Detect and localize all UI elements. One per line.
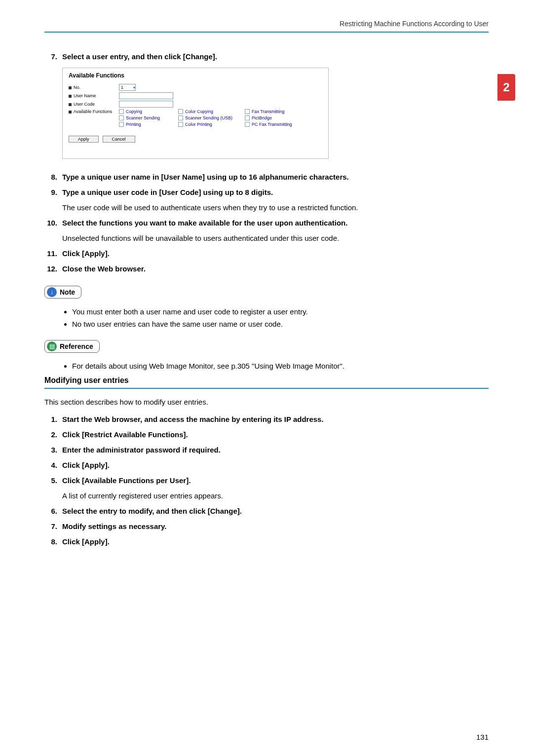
step-text: Close the Web browser. <box>62 265 489 273</box>
checkbox-scanner-usb[interactable] <box>178 115 183 120</box>
step-number: 2. <box>44 430 62 439</box>
reference-label: Reference <box>60 342 93 350</box>
checkbox-scanner[interactable] <box>119 115 124 120</box>
apply-button[interactable]: Apply <box>69 136 99 143</box>
header-breadcrumb: Restricting Machine Functions According … <box>44 20 489 33</box>
step-text: Click [Available Functions per User]. <box>62 476 489 485</box>
checkbox-printing[interactable] <box>119 122 124 127</box>
step-9-desc: The user code will be used to authentica… <box>62 203 489 212</box>
step-text: Type a unique user code in [User Code] u… <box>62 188 489 196</box>
step-number: 5. <box>44 476 62 485</box>
step-12: 12. Close the Web browser. <box>44 265 489 273</box>
page-number: 131 <box>476 733 489 741</box>
func-copying: Copying <box>126 109 142 114</box>
func-printing: Printing <box>126 122 141 127</box>
mod-step-1: 1. Start the Web browser, and access the… <box>44 415 489 423</box>
func-scanner-usb: Scanner Sending (USB) <box>185 115 232 120</box>
step-10: 10. Select the functions you want to mak… <box>44 219 489 227</box>
available-functions-panel: Available Functions No. 1 ▾ User Name Us… <box>62 68 329 159</box>
section-intro: This section describes how to modify use… <box>44 398 489 406</box>
avail-label: Available Functions <box>74 109 112 114</box>
step-number: 11. <box>44 249 62 258</box>
note-item-2: No two user entries can have the same us… <box>72 320 489 328</box>
func-row-2: Scanner Sending Scanner Sending (USB) Pi… <box>69 115 322 120</box>
document-page: Restricting Machine Functions According … <box>0 0 533 567</box>
func-scanner: Scanner Sending <box>126 115 160 120</box>
func-pictbridge: PictBridge <box>252 115 272 120</box>
cancel-button[interactable]: Cancel <box>103 136 135 143</box>
step-text: Enter the administrator password if requ… <box>62 446 489 454</box>
func-row-1: Available Functions Copying Color Copyin… <box>69 109 322 114</box>
step-number: 9. <box>44 188 62 196</box>
note-item-1: You must enter both a user name and user… <box>72 307 489 316</box>
usercode-input[interactable] <box>119 101 173 108</box>
step-number: 4. <box>44 461 62 469</box>
mod-step-8: 8. Click [Apply]. <box>44 537 489 546</box>
mod-step-2: 2. Click [Restrict Available Functions]. <box>44 430 489 439</box>
step-11: 11. Click [Apply]. <box>44 249 489 258</box>
mod-step-6: 6. Select the entry to modify, and then … <box>44 507 489 515</box>
mod-step-3: 3. Enter the administrator password if r… <box>44 446 489 454</box>
mod-step-4: 4. Click [Apply]. <box>44 461 489 469</box>
reference-callout: ▤ Reference <box>44 340 100 353</box>
section-heading: Modifying user entries <box>44 376 489 389</box>
step-text: Select the entry to modify, and then cli… <box>62 507 489 515</box>
checkbox-fax[interactable] <box>245 109 250 114</box>
step-number: 1. <box>44 415 62 423</box>
step-text: Click [Apply]. <box>62 249 489 258</box>
note-label: Note <box>60 288 75 296</box>
usercode-label: User Code <box>74 102 95 107</box>
func-row-3: Printing Color Printing PC Fax Transmitt… <box>69 122 322 127</box>
row-no: No. 1 ▾ <box>69 84 322 91</box>
chapter-tab: 2 <box>497 74 515 101</box>
func-color-copying: Color Copying <box>185 109 213 114</box>
step-7: 7. Select a user entry, and then click [… <box>44 52 489 61</box>
step-number: 3. <box>44 446 62 454</box>
reference-item-1: For details about using Web Image Monito… <box>72 362 489 370</box>
note-bullets: You must enter both a user name and user… <box>62 307 489 328</box>
chevron-down-icon: ▾ <box>133 85 135 90</box>
step-number: 8. <box>44 537 62 546</box>
step-number: 6. <box>44 507 62 515</box>
mod-step-5: 5. Click [Available Functions per User]. <box>44 476 489 485</box>
down-arrow-icon: ↓ <box>47 287 57 297</box>
step-text: Select the functions you want to make av… <box>62 219 489 227</box>
username-input[interactable] <box>119 92 173 99</box>
step-text: Click [Restrict Available Functions]. <box>62 430 489 439</box>
step-text: Select a user entry, and then click [Cha… <box>62 52 489 61</box>
step-number: 10. <box>44 219 62 227</box>
row-usercode: User Code <box>69 101 322 108</box>
panel-title: Available Functions <box>69 72 322 79</box>
step-text: Start the Web browser, and access the ma… <box>62 415 489 423</box>
mod-step-5-desc: A list of currently registered user entr… <box>62 491 489 500</box>
step-9: 9. Type a unique user code in [User Code… <box>44 188 489 196</box>
checkbox-color-printing[interactable] <box>178 122 183 127</box>
step-number: 7. <box>44 52 62 61</box>
step-text: Modify settings as necessary. <box>62 522 489 530</box>
step-text: Click [Apply]. <box>62 537 489 546</box>
checkbox-pictbridge[interactable] <box>245 115 250 120</box>
note-callout: ↓ Note <box>44 286 81 299</box>
func-color-printing: Color Printing <box>185 122 212 127</box>
step-text: Click [Apply]. <box>62 461 489 469</box>
checkbox-color-copying[interactable] <box>178 109 183 114</box>
no-label: No. <box>74 85 80 90</box>
row-username: User Name <box>69 92 322 99</box>
checkbox-copying[interactable] <box>119 109 124 114</box>
step-number: 8. <box>44 173 62 181</box>
step-number: 7. <box>44 522 62 530</box>
checkbox-pcfax[interactable] <box>245 122 250 127</box>
func-fax: Fax Transmitting <box>252 109 285 114</box>
mod-step-7: 7. Modify settings as necessary. <box>44 522 489 530</box>
reference-bullets: For details about using Web Image Monito… <box>62 362 489 370</box>
step-number: 12. <box>44 265 62 273</box>
step-10-desc: Unselected functions will be unavailable… <box>62 234 489 242</box>
doc-icon: ▤ <box>47 341 57 351</box>
username-label: User Name <box>74 93 96 98</box>
step-8: 8. Type a unique user name in [User Name… <box>44 173 489 181</box>
step-text: Type a unique user name in [User Name] u… <box>62 173 489 181</box>
func-pcfax: PC Fax Transmitting <box>252 122 292 127</box>
no-select[interactable]: 1 ▾ <box>119 84 136 91</box>
